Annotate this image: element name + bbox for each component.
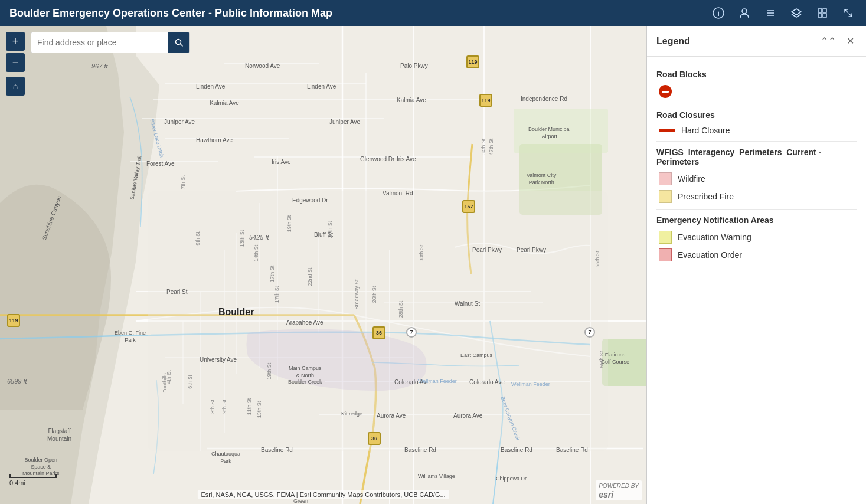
place-flagstaff: FlagstaffMountain	[47, 427, 71, 443]
legend-collapse-button[interactable]: ⌃⌃	[818, 34, 838, 48]
legend-close-button[interactable]: ✕	[844, 34, 857, 48]
layers-icon[interactable]	[788, 5, 805, 21]
grid-icon[interactable]	[814, 5, 831, 21]
hwy-shield-36-2: 36	[368, 432, 381, 445]
street-6th: 6th St	[187, 375, 193, 389]
list-icon[interactable]	[762, 5, 779, 21]
legend-divider-3	[656, 209, 857, 210]
map-container[interactable]: + − ⌂ Boulder 967 ft 5425 ft 6599 ft Nor…	[0, 26, 646, 504]
street-47th: 47th St	[488, 139, 494, 156]
hwy-shield-119-3: 119	[7, 314, 20, 327]
place-forest: Forest Ave	[146, 161, 175, 167]
place-walnut: Walnut St	[455, 300, 480, 307]
place-pearl: Pearl St	[166, 289, 188, 295]
street-broadway: Broadway St	[354, 279, 360, 309]
place-kittredge: Kittredge	[341, 411, 362, 417]
street-foothills: Foothills	[162, 373, 168, 393]
legend-item-hard-closure: Hard Closure	[656, 126, 857, 135]
map-zoom-controls: + − ⌂	[6, 32, 25, 96]
place-hawthorn: Hawthorn Ave	[196, 137, 233, 143]
map-attribution: Esri, NASA, NGA, USGS, FEMA | Esri Commu…	[197, 490, 449, 499]
place-glenwood: Glenwood Dr	[360, 156, 394, 162]
scale-line	[9, 474, 57, 478]
svg-text:i: i	[717, 9, 720, 18]
prescribed-fire-swatch	[659, 190, 672, 203]
place-iris2: Iris Ave	[397, 156, 416, 162]
place-iris1: Iris Ave	[272, 159, 291, 165]
street-55th-1: 55th St	[594, 251, 600, 268]
road-block-icon	[659, 85, 672, 98]
search-bar	[31, 32, 190, 53]
prescribed-fire-label: Prescribed Fire	[678, 192, 734, 201]
place-aurora1: Aurora Ave	[377, 413, 406, 419]
svg-line-43	[181, 44, 183, 47]
place-east-campus: East Campus	[460, 352, 492, 358]
street-22nd: 22nd St	[307, 267, 313, 286]
svg-rect-41	[148, 191, 608, 451]
search-button[interactable]	[168, 32, 189, 53]
svg-rect-6	[818, 9, 822, 12]
street-7th: 7th St	[180, 175, 186, 189]
legend-item-road-block	[656, 85, 857, 98]
place-williams: Williams Village	[418, 473, 455, 479]
legend-section-emergency: Emergency Notification Areas	[656, 215, 857, 225]
place-main-campus: Main Campus& NorthBoulder Creek	[288, 365, 322, 386]
info-icon[interactable]: i	[710, 5, 727, 21]
street-19th: 19th St	[286, 215, 292, 233]
legend-title: Legend	[656, 36, 690, 47]
legend-section-wfigs: WFIGS_Interagency_Perimeters_Current - P…	[656, 148, 857, 166]
street-13th: 13th St	[239, 230, 245, 247]
scale-bar: 0.4mi	[9, 474, 57, 486]
zoom-in-button[interactable]: +	[6, 32, 25, 51]
street-13th-2: 13th St	[256, 401, 262, 418]
place-juniper2: Juniper Ave	[329, 119, 360, 125]
street-9th-2: 9th St	[221, 400, 227, 414]
legend-panel: Legend ⌃⌃ ✕ Road Blocks Road Closures Ha…	[646, 26, 866, 504]
elev-967: 967 ft	[91, 63, 108, 70]
hwy-shield-7-2: 7	[584, 327, 595, 338]
arrows-icon[interactable]	[840, 5, 857, 21]
street-9th: 9th St	[195, 231, 201, 246]
place-linden1: Linden Ave	[196, 83, 225, 90]
legend-item-evac-order: Evacuation Order	[656, 248, 857, 261]
evac-warning-swatch	[659, 231, 672, 244]
home-button[interactable]: ⌂	[6, 77, 25, 96]
place-kalmia2: Kalmia Ave	[397, 97, 426, 103]
esri-logo: POWERED BY esri	[596, 480, 642, 500]
place-linden2: Linden Ave	[307, 83, 336, 90]
place-colorado2: Colorado Ave	[469, 379, 505, 385]
place-valmont-park: Valmont CityPark North	[527, 172, 556, 186]
place-norwood: Norwood Ave	[245, 63, 280, 69]
place-pearlpkwy1: Pearl Pkwy	[472, 247, 502, 253]
svg-rect-7	[823, 9, 826, 12]
wildfire-swatch	[659, 172, 672, 185]
place-baseline4: Baseline Rd	[556, 447, 588, 453]
hwy-shield-119-2: 119	[479, 94, 492, 107]
place-chautauqua: ChautauquaPark	[211, 451, 240, 464]
legend-section-road-blocks: Road Blocks	[656, 70, 857, 79]
person-icon[interactable]	[736, 5, 753, 21]
place-eben: Eben G. FinePark	[115, 330, 146, 343]
legend-item-evac-warning: Evacuation Warning	[656, 231, 857, 244]
app-header: Boulder Emergency Operations Center - Pu…	[0, 0, 866, 26]
hard-closure-icon	[659, 129, 675, 132]
legend-header: Legend ⌃⌃ ✕	[647, 26, 866, 57]
search-input[interactable]	[31, 38, 168, 47]
street-55th-2: 55th St	[599, 351, 604, 368]
place-baseline2: Baseline Rd	[404, 447, 436, 453]
place-palo: Palo Pkwy	[400, 63, 428, 69]
place-green-mountain: GreenMountainCemetery	[289, 498, 312, 504]
street-26th: 26th St	[327, 221, 333, 238]
city-label: Boulder	[218, 307, 254, 318]
place-chippewa: Chippewa Dr	[496, 476, 527, 482]
place-pearlpkwy2: Pearl Pkwy	[517, 247, 546, 253]
svg-rect-8	[818, 14, 822, 17]
zoom-out-button[interactable]: −	[6, 53, 25, 72]
place-wellman1: Wellman Feeder	[418, 378, 457, 384]
legend-header-controls: ⌃⌃ ✕	[818, 34, 857, 48]
main-content: + − ⌂ Boulder 967 ft 5425 ft 6599 ft Nor…	[0, 26, 866, 504]
place-independence: Independence Rd	[521, 96, 567, 102]
place-baseline3: Baseline Rd	[501, 447, 532, 453]
street-34th: 34th St	[481, 139, 486, 156]
hwy-shield-119-1: 119	[466, 55, 479, 68]
